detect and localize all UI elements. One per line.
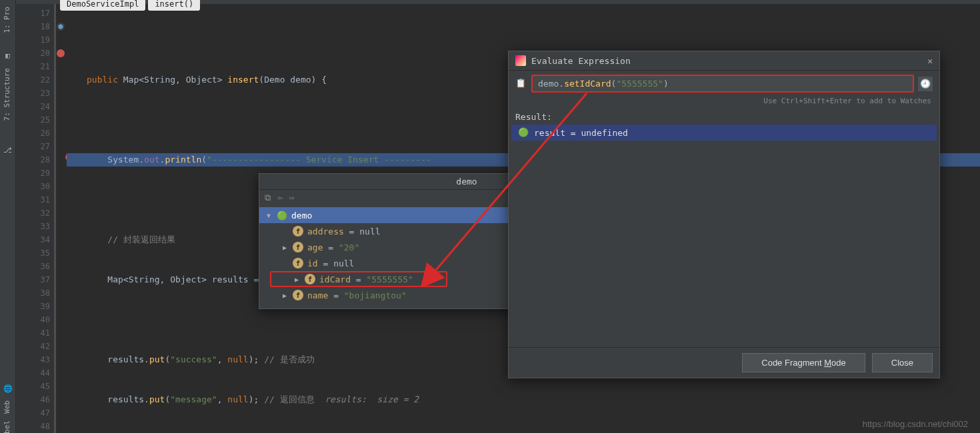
left-tool-strip: 1: Pro ◧ 7: Structure ⎇ 🌐 Web bel [0, 0, 16, 433]
class-icon: 🟢 [277, 210, 287, 220]
result-label: Result: [509, 109, 939, 125]
field-icon: f [305, 274, 315, 284]
hint-text: Use Ctrl+Shift+Enter to add to Watches [509, 97, 939, 109]
history-icon[interactable]: 🕘 [918, 77, 933, 91]
web-icon[interactable]: 🌐 [3, 383, 13, 394]
back-icon[interactable]: ⇦ [277, 193, 283, 203]
breadcrumb-class[interactable]: DemoServiceImpl [60, 0, 145, 11]
field-icon: f [293, 258, 303, 268]
tree-field-highlighted[interactable]: ▶ f idCard = "5555555" [270, 271, 447, 287]
result-icon: 🟢 [518, 127, 529, 138]
breadcrumb-method[interactable]: insert() [148, 0, 200, 11]
expand-icon[interactable]: ▶ [281, 244, 289, 251]
field-icon: f [293, 290, 303, 300]
expand-icon[interactable]: ▶ [293, 276, 301, 283]
field-icon: f [293, 242, 303, 252]
expand-icon[interactable]: ▼ [265, 212, 273, 219]
forward-icon[interactable]: ⇨ [289, 193, 295, 203]
graph-icon[interactable]: ⎇ [3, 145, 13, 155]
watermark: https://blog.csdn.net/chi002 [863, 419, 968, 429]
copy-icon[interactable]: ⧉ [265, 193, 271, 203]
expand-icon[interactable]: ▶ [281, 292, 289, 299]
structure-icon[interactable]: ◧ [3, 51, 13, 61]
breadcrumb: DemoServiceImpl insert() [60, 0, 200, 11]
mode-icon[interactable]: 📋 [515, 78, 527, 90]
dialog-titlebar[interactable]: Evaluate Expression ✕ [509, 51, 939, 71]
field-icon: f [293, 226, 303, 236]
line-number-gutter[interactable]: 17 18 19 20 21 22 23 24 25 26 27 28 2930… [16, 4, 56, 433]
tool-window-project[interactable]: 1: Pro [3, 7, 11, 33]
dialog-title: Evaluate Expression [531, 56, 927, 66]
close-icon[interactable]: ✕ [927, 56, 933, 66]
app-icon [515, 55, 526, 66]
code-fragment-mode-button[interactable]: Code Fragment Mode [742, 353, 865, 372]
code-line [67, 33, 980, 47]
result-area [509, 141, 939, 347]
evaluate-expression-dialog[interactable]: Evaluate Expression ✕ 📋 demo.setIdCard("… [508, 51, 940, 378]
result-row[interactable]: 🟢 result = undefined [511, 125, 937, 141]
tool-window-structure[interactable]: 7: Structure [3, 68, 11, 121]
tool-window-bel[interactable]: bel [3, 420, 11, 433]
close-button[interactable]: Close [872, 353, 933, 372]
expression-input[interactable]: demo.setIdCard("5555555") [531, 75, 914, 93]
tool-window-web[interactable]: Web [3, 400, 11, 414]
